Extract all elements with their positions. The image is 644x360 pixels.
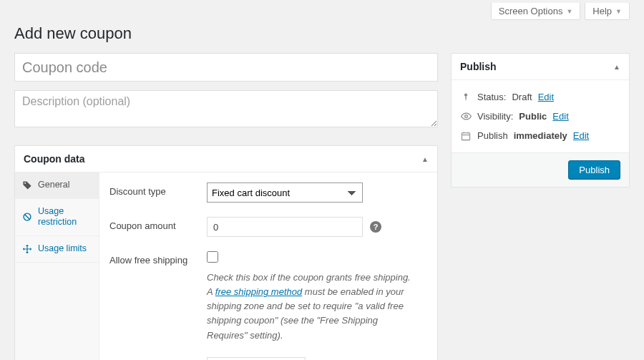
status-label: Status:	[477, 92, 506, 102]
free-shipping-checkbox[interactable]	[207, 251, 218, 263]
coupon-description-input[interactable]	[14, 90, 438, 127]
svg-point-2	[464, 115, 467, 118]
publish-title: Publish	[460, 61, 497, 72]
visibility-edit-link[interactable]: Edit	[552, 111, 568, 122]
discount-type-label: Discount type	[109, 183, 207, 197]
publish-schedule-row: Publish immediately Edit	[460, 126, 620, 145]
publish-button[interactable]: Publish	[568, 160, 620, 180]
free-shipping-help: Check this box if the coupon grants free…	[207, 271, 414, 343]
ban-icon	[22, 212, 32, 222]
publish-status-row: Status: Draft Edit	[460, 87, 620, 107]
help-icon[interactable]: ?	[370, 221, 381, 233]
panel-collapse-toggle[interactable]: ▲	[613, 63, 620, 71]
eye-icon	[460, 111, 472, 122]
panel-collapse-toggle[interactable]: ▲	[421, 155, 429, 163]
tab-usage-limits[interactable]: Usage limits	[15, 236, 99, 263]
coupon-data-title: Coupon data	[24, 153, 85, 165]
tab-general-label: General	[38, 180, 69, 191]
visibility-value: Public	[519, 111, 547, 122]
screen-options-tab[interactable]: Screen Options ▼	[491, 3, 581, 20]
caret-down-icon: ▼	[615, 8, 622, 15]
calendar-icon	[460, 131, 472, 141]
coupon-data-header: Coupon data ▲	[15, 146, 437, 172]
move-icon	[22, 244, 32, 254]
discount-type-select[interactable]: Fixed cart discount	[207, 183, 363, 203]
coupon-general-panel: Discount type Fixed cart discount Coupon…	[99, 172, 437, 360]
publish-header: Publish ▲	[452, 54, 629, 80]
coupon-amount-input[interactable]	[207, 217, 363, 237]
pin-icon	[460, 92, 472, 102]
publish-panel: Publish ▲ Status: Draft Edit Visibility:	[451, 53, 630, 188]
tab-usage-limits-label: Usage limits	[38, 243, 87, 255]
tab-general[interactable]: General	[15, 172, 99, 199]
caret-down-icon: ▼	[566, 8, 572, 15]
screen-options-label: Screen Options	[499, 6, 563, 16]
status-value: Draft	[512, 92, 532, 102]
page-title: Add new coupon	[14, 24, 630, 43]
expiry-date-label: Coupon expiry date	[109, 357, 207, 360]
free-shipping-label: Allow free shipping	[109, 251, 207, 266]
coupon-expiry-input[interactable]	[207, 357, 306, 360]
free-shipping-method-link[interactable]: free shipping method	[215, 286, 302, 297]
tag-icon	[22, 180, 32, 190]
coupon-data-panel: Coupon data ▲ General Usage re	[14, 145, 438, 360]
svg-rect-3	[462, 132, 469, 140]
svg-line-1	[25, 215, 30, 220]
tab-usage-restriction-label: Usage restriction	[38, 206, 92, 228]
coupon-amount-label: Coupon amount	[109, 217, 207, 231]
schedule-value: immediately	[514, 130, 567, 141]
schedule-edit-link[interactable]: Edit	[573, 130, 589, 141]
help-label: Help	[592, 6, 612, 16]
coupon-tabs: General Usage restriction Usage limits	[15, 172, 99, 360]
publish-visibility-row: Visibility: Public Edit	[460, 107, 620, 126]
coupon-code-input[interactable]	[14, 53, 438, 82]
schedule-label: Publish	[477, 130, 508, 141]
help-tab[interactable]: Help ▼	[585, 3, 630, 20]
status-edit-link[interactable]: Edit	[538, 92, 554, 102]
tab-usage-restriction[interactable]: Usage restriction	[15, 199, 99, 236]
visibility-label: Visibility:	[477, 111, 513, 122]
